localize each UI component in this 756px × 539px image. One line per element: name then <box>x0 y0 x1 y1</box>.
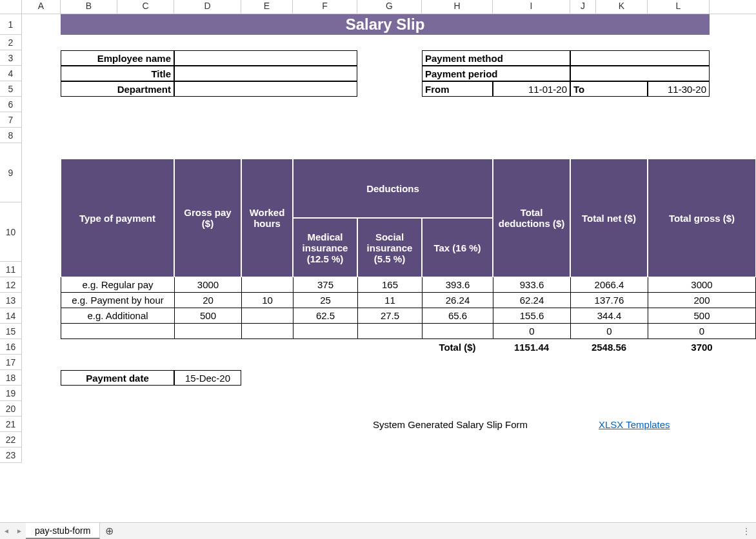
tab-scroll-right-icon[interactable]: ► <box>13 523 26 539</box>
row-10[interactable]: 10 <box>0 202 21 262</box>
row-7[interactable]: 7 <box>0 112 21 128</box>
r3-net[interactable]: 344.4 <box>570 308 648 324</box>
r2-tax[interactable]: 26.24 <box>422 293 493 308</box>
r1-tded[interactable]: 933.6 <box>493 277 570 293</box>
row-16[interactable]: 16 <box>0 339 21 355</box>
r4-type[interactable] <box>61 324 174 339</box>
row-2[interactable]: 2 <box>0 35 21 50</box>
col-G[interactable]: G <box>357 0 422 14</box>
r1-gross[interactable]: 3000 <box>174 277 241 293</box>
hdr-medical: Medical insurance (12.5 %) <box>293 218 357 277</box>
emp-dept-value[interactable] <box>174 81 357 97</box>
r1-med[interactable]: 375 <box>293 277 357 293</box>
row-4[interactable]: 4 <box>0 66 21 81</box>
r2-tded[interactable]: 62.24 <box>493 293 570 308</box>
hdr-social: Social insurance (5.5 %) <box>357 218 422 277</box>
r4-tg[interactable]: 0 <box>648 324 756 339</box>
r1-soc[interactable]: 165 <box>357 277 422 293</box>
r2-net[interactable]: 137.76 <box>570 293 648 308</box>
r4-tax[interactable] <box>422 324 493 339</box>
row-3[interactable]: 3 <box>0 50 21 66</box>
tab-options-icon[interactable]: ⋮ <box>742 526 752 536</box>
emp-title-value[interactable] <box>174 66 357 81</box>
row-18[interactable]: 18 <box>0 370 21 386</box>
row-15[interactable]: 15 <box>0 324 21 339</box>
from-date[interactable]: 11-01-20 <box>493 81 570 97</box>
hdr-net: Total net ($) <box>570 159 648 277</box>
r3-tax[interactable]: 65.6 <box>422 308 493 324</box>
emp-title-label: Title <box>61 66 174 81</box>
add-sheet-button[interactable]: ⊕ <box>100 523 118 539</box>
r3-soc[interactable]: 27.5 <box>357 308 422 324</box>
col-C[interactable]: C <box>117 0 174 14</box>
r3-med[interactable]: 62.5 <box>293 308 357 324</box>
row-11[interactable]: 11 <box>0 262 21 277</box>
r4-gross[interactable] <box>174 324 241 339</box>
r4-hours[interactable] <box>241 324 293 339</box>
r2-tg[interactable]: 200 <box>648 293 756 308</box>
r3-tded[interactable]: 155.6 <box>493 308 570 324</box>
row-1[interactable]: 1 <box>0 14 21 35</box>
row-13[interactable]: 13 <box>0 293 21 308</box>
footer-link[interactable]: XLSX Templates <box>599 419 670 430</box>
col-E[interactable]: E <box>241 0 293 14</box>
row-9[interactable]: 9 <box>0 143 21 202</box>
r1-hours[interactable] <box>241 277 293 293</box>
r1-tg[interactable]: 3000 <box>648 277 756 293</box>
r4-med[interactable] <box>293 324 357 339</box>
col-L[interactable]: L <box>648 0 710 14</box>
row-22[interactable]: 22 <box>0 432 21 447</box>
row-12[interactable]: 12 <box>0 277 21 293</box>
r4-tded[interactable]: 0 <box>493 324 570 339</box>
row-23[interactable]: 23 <box>0 447 21 463</box>
total-label: Total ($) <box>422 339 493 355</box>
row-headers: 1234567891011121314151617181920212223 <box>0 14 22 463</box>
pay-date-value[interactable]: 15-Dec-20 <box>174 370 241 386</box>
r3-hours[interactable] <box>241 308 293 324</box>
footer-text: System Generated Salary Slip Form <box>370 416 583 432</box>
r3-gross[interactable]: 500 <box>174 308 241 324</box>
col-J[interactable]: J <box>570 0 596 14</box>
col-I[interactable]: I <box>493 0 570 14</box>
col-B[interactable]: B <box>61 0 117 14</box>
tab-scroll-left-icon[interactable]: ◄ <box>0 523 13 539</box>
r3-tg[interactable]: 500 <box>648 308 756 324</box>
r1-tax[interactable]: 393.6 <box>422 277 493 293</box>
row-17[interactable]: 17 <box>0 355 21 370</box>
row-21[interactable]: 21 <box>0 416 21 432</box>
footer-link-cell[interactable]: XLSX Templates <box>596 416 710 432</box>
col-H[interactable]: H <box>422 0 493 14</box>
col-A[interactable]: A <box>22 0 61 14</box>
to-date[interactable]: 11-30-20 <box>648 81 710 97</box>
r4-soc[interactable] <box>357 324 422 339</box>
r2-gross[interactable]: 20 <box>174 293 241 308</box>
r2-type[interactable]: e.g. Payment by hour <box>61 293 174 308</box>
r2-med[interactable]: 25 <box>293 293 357 308</box>
sheet-tab-active[interactable]: pay-stub-form <box>26 523 100 539</box>
hdr-hours: Worked hours <box>241 159 293 277</box>
row-20[interactable]: 20 <box>0 401 21 416</box>
col-F[interactable]: F <box>293 0 357 14</box>
emp-name-value[interactable] <box>174 50 357 66</box>
row-14[interactable]: 14 <box>0 308 21 324</box>
row-5[interactable]: 5 <box>0 81 21 97</box>
r1-net[interactable]: 2066.4 <box>570 277 648 293</box>
r3-type[interactable]: e.g. Additional <box>61 308 174 324</box>
col-K[interactable]: K <box>596 0 648 14</box>
col-D[interactable]: D <box>174 0 241 14</box>
pay-date-label: Payment date <box>61 370 174 386</box>
select-all-corner[interactable] <box>0 0 22 14</box>
pay-method-value[interactable] <box>570 50 710 66</box>
r1-type[interactable]: e.g. Regular pay <box>61 277 174 293</box>
pay-period-label: Payment period <box>422 66 570 81</box>
row-8[interactable]: 8 <box>0 128 21 143</box>
r2-hours[interactable]: 10 <box>241 293 293 308</box>
hdr-tgross: Total gross ($) <box>648 159 756 277</box>
r4-net[interactable]: 0 <box>570 324 648 339</box>
row-6[interactable]: 6 <box>0 97 21 112</box>
row-19[interactable]: 19 <box>0 386 21 401</box>
r2-soc[interactable]: 11 <box>357 293 422 308</box>
pay-period-value[interactable] <box>570 66 710 81</box>
hdr-gross: Gross pay ($) <box>174 159 241 277</box>
hdr-tax: Tax (16 %) <box>422 218 493 277</box>
